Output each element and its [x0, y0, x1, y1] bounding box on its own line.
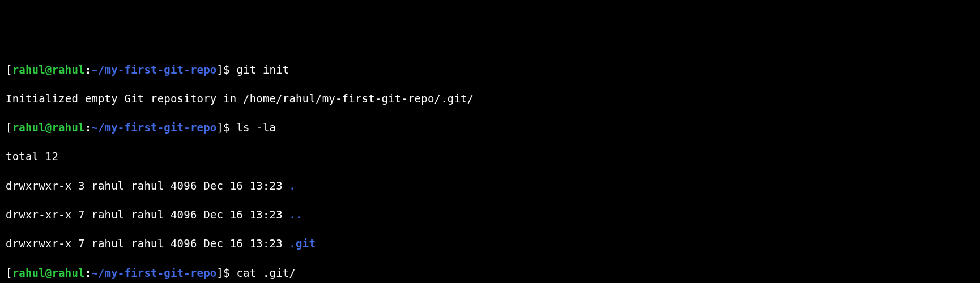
user-host: rahul@rahul — [12, 63, 85, 76]
cwd-path: ~/my-first-git-repo — [91, 63, 216, 76]
command-ls-la[interactable]: ls -la — [236, 121, 276, 134]
ls-row-3: drwxrwxr-x 7 rahul rahul 4096 Dec 16 13:… — [6, 237, 974, 251]
prompt-line-1: [rahul@rahul:~/my-first-git-repo]$ git i… — [6, 63, 974, 78]
ls-perm: drwxrwxr-x 7 rahul rahul 4096 Dec 16 13:… — [6, 237, 289, 250]
ls-name-dot: . — [289, 179, 296, 192]
output-init: Initialized empty Git repository in /hom… — [6, 92, 974, 106]
bracket-close: ] — [216, 63, 223, 76]
ls-total: total 12 — [6, 149, 974, 164]
ls-name-dotdot: .. — [289, 208, 302, 221]
colon: : — [85, 63, 92, 76]
command-cat-gitdir[interactable]: cat .git/ — [236, 267, 296, 279]
ls-perm: drwxrwxr-x 3 rahul rahul 4096 Dec 16 13:… — [6, 179, 289, 192]
command-git-init[interactable]: git init — [236, 63, 289, 76]
dollar: $ — [223, 63, 230, 76]
prompt-line-2: [rahul@rahul:~/my-first-git-repo]$ ls -l… — [6, 121, 974, 135]
ls-name-git: .git — [289, 237, 316, 250]
ls-perm: drwxr-xr-x 7 rahul rahul 4096 Dec 16 13:… — [6, 208, 289, 221]
ls-row-2: drwxr-xr-x 7 rahul rahul 4096 Dec 16 13:… — [6, 208, 974, 222]
ls-row-1: drwxrwxr-x 3 rahul rahul 4096 Dec 16 13:… — [6, 179, 974, 194]
bracket-open: [ — [6, 63, 12, 76]
prompt-line-3: [rahul@rahul:~/my-first-git-repo]$ cat .… — [6, 266, 974, 281]
